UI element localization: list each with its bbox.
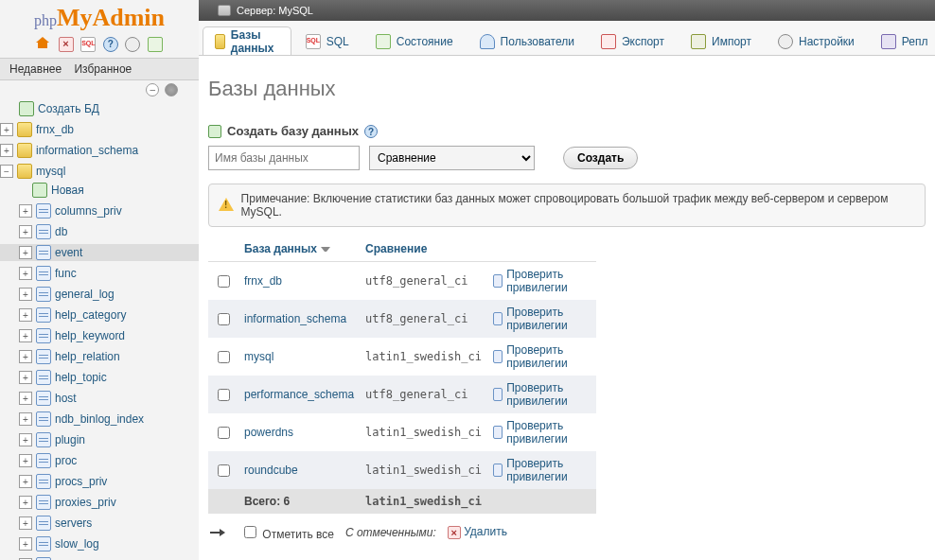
tree-item-label[interactable]: db <box>55 225 67 238</box>
tree-item-label[interactable]: columns_priv <box>55 204 122 218</box>
tree-item-general_log[interactable]: +general_log <box>0 284 199 305</box>
expand-icon[interactable]: + <box>19 516 32 530</box>
expand-icon[interactable]: + <box>19 412 32 426</box>
collation-select[interactable]: Сравнение <box>369 146 535 170</box>
tree-item-label[interactable]: general_log <box>55 288 115 301</box>
expand-icon[interactable]: + <box>19 204 32 218</box>
tree-item-help_relation[interactable]: +help_relation <box>0 346 199 367</box>
tree-item-Новая[interactable]: Новая <box>0 180 199 201</box>
expand-icon[interactable]: + <box>0 144 13 157</box>
expand-icon[interactable]: + <box>19 350 32 363</box>
tree-item-label[interactable]: plugin <box>55 433 85 446</box>
tree-db-information_schema[interactable]: +information_schema <box>0 140 199 161</box>
tab-состояние[interactable]: Состояние <box>363 26 466 55</box>
tree-db-label[interactable]: information_schema <box>36 144 138 157</box>
tab-экспорт[interactable]: Экспорт <box>589 26 677 55</box>
tree-item-label[interactable]: help_category <box>55 308 126 322</box>
logout-icon[interactable] <box>59 37 74 52</box>
tree-item-label[interactable]: proc <box>55 454 77 467</box>
expand-icon[interactable]: + <box>19 496 32 509</box>
create-db-button[interactable]: Создать <box>563 147 638 169</box>
row-checkbox[interactable] <box>218 464 230 477</box>
expand-icon[interactable]: + <box>19 267 32 280</box>
db-link[interactable]: information_schema <box>244 312 346 325</box>
link-nav-icon[interactable] <box>165 83 178 96</box>
tree-item-proc[interactable]: +proc <box>0 450 199 471</box>
tab-репл[interactable]: Репл <box>869 26 935 55</box>
drop-db-link[interactable]: Удалить <box>448 525 507 539</box>
tree-item-label[interactable]: procs_priv <box>55 475 107 488</box>
check-all[interactable]: Отметить все <box>240 523 334 541</box>
expand-icon[interactable]: + <box>19 475 32 488</box>
tree-create-db[interactable]: Создать БД <box>0 98 199 119</box>
sql-icon[interactable] <box>80 37 96 52</box>
tree-item-label[interactable]: servers <box>55 516 92 530</box>
tree-item-label[interactable]: ndb_binlog_index <box>55 412 144 426</box>
th-collation[interactable]: Сравнение <box>360 236 487 262</box>
db-link[interactable]: frnx_db <box>244 274 282 288</box>
expand-icon[interactable]: − <box>0 165 13 178</box>
th-database[interactable]: База данных <box>238 236 360 262</box>
expand-icon[interactable]: + <box>19 454 32 467</box>
tree-item-label[interactable]: Новая <box>51 184 84 197</box>
tree-item-help_topic[interactable]: +help_topic <box>0 367 199 388</box>
check-privileges-link[interactable]: Проверить привилегии <box>493 457 591 483</box>
tree-item-procs_priv[interactable]: +procs_priv <box>0 471 199 492</box>
check-privileges-link[interactable]: Проверить привилегии <box>493 268 591 294</box>
tree-item-help_category[interactable]: +help_category <box>0 305 199 325</box>
db-link[interactable]: performance_schema <box>244 388 354 401</box>
db-link[interactable]: mysql <box>244 350 273 363</box>
tree-item-event[interactable]: +event <box>0 242 199 263</box>
tree-create-db-label[interactable]: Создать БД <box>38 102 99 115</box>
recent-link[interactable]: Недавнее <box>9 62 62 76</box>
expand-icon[interactable]: + <box>0 123 13 136</box>
tree-item-host[interactable]: +host <box>0 388 199 409</box>
tree-item-proxies_priv[interactable]: +proxies_priv <box>0 492 199 513</box>
logo[interactable]: phpMyAdmin <box>0 4 199 32</box>
expand-icon[interactable]: + <box>19 433 32 446</box>
expand-icon[interactable]: + <box>19 371 32 384</box>
tree-item-columns_priv[interactable]: +columns_priv <box>0 201 199 221</box>
db-link[interactable]: roundcube <box>244 464 298 477</box>
check-privileges-link[interactable]: Проверить привилегии <box>493 306 591 332</box>
tree-item-plugin[interactable]: +plugin <box>0 429 199 450</box>
expand-icon[interactable]: + <box>19 246 32 259</box>
expand-icon[interactable]: + <box>19 329 32 342</box>
db-link[interactable]: powerdns <box>244 426 293 439</box>
home-icon[interactable] <box>36 37 51 52</box>
tree-item-db[interactable]: +db <box>0 221 199 242</box>
settings-icon[interactable] <box>125 37 140 52</box>
expand-icon[interactable]: + <box>19 288 32 301</box>
favorites-link[interactable]: Избранное <box>74 62 132 76</box>
tree-item-ndb_binlog_index[interactable]: +ndb_binlog_index <box>0 409 199 429</box>
tab-sql[interactable]: SQL <box>293 26 362 55</box>
collapse-icon[interactable]: – <box>146 83 159 96</box>
row-checkbox[interactable] <box>218 427 230 439</box>
expand-icon[interactable]: + <box>19 392 32 405</box>
tab-пользователи[interactable]: Пользователи <box>468 26 587 55</box>
expand-icon[interactable]: + <box>19 308 32 322</box>
tree-item-help_keyword[interactable]: +help_keyword <box>0 325 199 346</box>
row-checkbox[interactable] <box>218 389 230 401</box>
tree-item-slow_log[interactable]: +slow_log <box>0 534 199 554</box>
tree-item-label[interactable]: host <box>55 392 77 405</box>
check-privileges-link[interactable]: Проверить привилегии <box>493 419 591 446</box>
tree-item-label[interactable]: help_topic <box>55 371 107 384</box>
tree-item-label[interactable]: event <box>55 246 82 259</box>
db-name-input[interactable] <box>208 146 360 170</box>
row-checkbox[interactable] <box>218 351 230 363</box>
tree-item-label[interactable]: proxies_priv <box>55 496 116 509</box>
expand-icon[interactable]: + <box>19 537 32 551</box>
tab-базы данных[interactable]: Базы данных <box>203 26 291 55</box>
tree-item-label[interactable]: slow_log <box>55 537 99 551</box>
check-privileges-link[interactable]: Проверить привилегии <box>493 343 591 370</box>
check-all-box[interactable] <box>244 526 256 538</box>
expand-icon[interactable]: + <box>19 225 32 238</box>
tree-item-tables_priv[interactable]: +tables_priv <box>0 554 199 560</box>
check-privileges-link[interactable]: Проверить привилегии <box>493 381 591 408</box>
reload-icon[interactable] <box>148 37 163 52</box>
docs-icon[interactable] <box>103 37 118 52</box>
tree-item-label[interactable]: help_keyword <box>55 329 125 342</box>
tab-импорт[interactable]: Импорт <box>679 26 764 55</box>
tree-db-frnx_db[interactable]: +frnx_db <box>0 119 199 140</box>
